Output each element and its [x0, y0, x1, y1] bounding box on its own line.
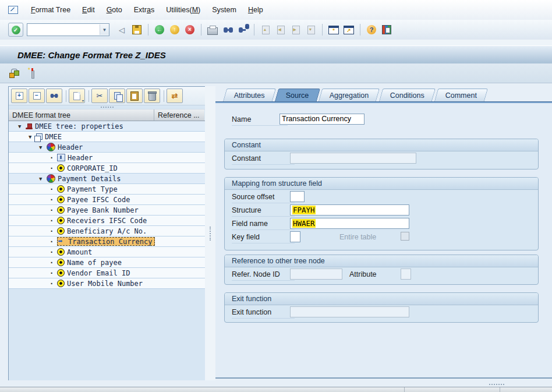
menu-goto[interactable]: Goto [101, 3, 128, 16]
cut-button[interactable]: ✂ [91, 89, 108, 103]
tree-item-properties[interactable]: ▼DMEE tree: properties [9, 121, 206, 132]
swap-nodes-button[interactable]: ⇄ [167, 89, 183, 103]
previous-page-button[interactable]: ◀ [274, 23, 288, 37]
attribute-input[interactable] [401, 269, 411, 280]
menu-edit[interactable]: Edit [76, 3, 101, 16]
menu-format-tree[interactable]: Format Tree [25, 3, 76, 16]
tree-item-corporate-id[interactable]: ·CORPORATE_ID [9, 163, 206, 174]
create-node-button[interactable]: ▾ [69, 89, 85, 103]
create-shortcut-button[interactable]: ↗ [342, 23, 356, 37]
vertical-splitter[interactable] [205, 86, 215, 380]
field-name-input[interactable]: HWAER [290, 218, 409, 229]
tree-item-amount[interactable]: ·Amount [9, 247, 206, 257]
tree-item-dmee[interactable]: ▼DMEE [9, 132, 206, 142]
new-session-button[interactable]: * [327, 23, 341, 37]
tree-item-payment-type[interactable]: ·Payment Type [9, 184, 206, 195]
exit-function-group-header: Exit function [225, 293, 538, 305]
panel-splitter-handle[interactable] [9, 105, 206, 110]
bullet-icon: · [49, 154, 57, 162]
collapse-command-button[interactable]: ◁ [115, 23, 129, 37]
first-page-icon: ▲ [262, 26, 270, 34]
tree-toolbar-separator [66, 90, 66, 102]
refer-node-id-input[interactable] [290, 269, 342, 280]
menu-utilities[interactable]: Utilities(M) [160, 3, 206, 16]
expander-icon[interactable]: ▼ [39, 144, 47, 150]
constant-input[interactable] [290, 153, 416, 164]
tree-item-receviers-ifsc-code[interactable]: ·Receviers IFSC Code [9, 216, 206, 226]
customize-layout-button[interactable] [380, 23, 394, 37]
back-button[interactable]: ← [153, 23, 167, 37]
command-dropdown-icon[interactable]: ▼ [100, 24, 109, 35]
wand-button[interactable]: * [28, 68, 36, 78]
source-offset-input[interactable] [290, 191, 305, 202]
drag-dots-icon[interactable] [489, 384, 504, 385]
exit-button[interactable]: ↑ [168, 23, 182, 37]
customize-layout-icon [382, 25, 391, 34]
tree-item-payee-ifsc-code[interactable]: ·Payee IFSC Code [9, 195, 206, 205]
tab-aggregation[interactable]: Aggregation [319, 89, 380, 101]
menu-system[interactable]: System [206, 3, 242, 16]
menu-extras[interactable]: Extras [128, 3, 160, 16]
cancel-button[interactable]: × [183, 23, 197, 37]
spacer-strip [0, 40, 552, 45]
expander-icon[interactable]: ▼ [18, 123, 26, 129]
tree-find-button[interactable] [46, 89, 62, 103]
next-page-icon: ▶ [292, 26, 300, 34]
structure-input[interactable]: FPAYH [290, 204, 409, 216]
constant-label: Constant [232, 154, 295, 165]
menu-help[interactable]: Help [242, 3, 269, 16]
horizontal-splitter[interactable] [0, 380, 552, 387]
last-page-button[interactable]: ▼ [304, 23, 318, 37]
entire-table-checkbox[interactable] [401, 232, 409, 241]
command-field[interactable]: ▼ [27, 23, 109, 36]
key-field-input[interactable] [290, 231, 300, 242]
tree-item-transaction-currency[interactable]: ·➡Transaction Currency [9, 236, 206, 247]
tree-item-name-of-payee[interactable]: ·Name of payee [9, 257, 206, 268]
element-radio-icon [57, 206, 65, 214]
enter-button[interactable]: ✓ [8, 23, 23, 37]
tree-item-beneficiary-ac-no[interactable]: ·Beneficiary A/c No. [9, 226, 206, 236]
source-offset-label: Source offset [232, 193, 295, 203]
tab-source[interactable]: Source [275, 89, 320, 101]
tree-item-header-segment[interactable]: ▼Header [9, 142, 206, 153]
field-name-value-highlight: HWAER [292, 219, 316, 228]
tree-column-header: DMEE format tree Reference ... [9, 110, 206, 121]
lower-pane-header [0, 387, 552, 392]
first-page-button[interactable]: ▲ [259, 23, 273, 37]
bullet-icon: · [49, 217, 57, 225]
column-header-reference[interactable]: Reference ... [154, 110, 204, 121]
name-input[interactable]: Transaction Currency [279, 114, 365, 125]
paste-button[interactable] [126, 89, 143, 103]
standard-toolbar: ✓ ▼ ◁ ← ↑ × ▲ ◀ ▶ ▼ * ↗ ? [0, 20, 552, 40]
column-header-dmee-format-tree[interactable]: DMEE format tree [9, 110, 154, 121]
find-next-button[interactable] [236, 23, 250, 37]
print-button[interactable] [206, 23, 220, 37]
bullet-icon: · [49, 280, 57, 288]
tab-conditions[interactable]: Conditions [379, 89, 436, 101]
delete-button[interactable] [144, 89, 160, 103]
next-page-button[interactable]: ▶ [289, 23, 303, 37]
tab-attributes[interactable]: Attributes [223, 89, 276, 101]
element-radio-icon [57, 185, 65, 193]
find-button[interactable] [221, 23, 235, 37]
tree-item-payment-details[interactable]: ▼Payment Details [9, 174, 206, 184]
system-menu-icon[interactable] [8, 6, 18, 14]
toolbar-separator [148, 24, 148, 36]
expander-icon[interactable]: ▼ [39, 176, 47, 182]
exit-function-input[interactable] [290, 306, 409, 317]
help-button[interactable]: ? [365, 23, 378, 37]
tab-comment[interactable]: Comment [434, 89, 488, 101]
collapse-all-button[interactable]: − [29, 89, 45, 103]
tree-item-header-technical[interactable]: ·Header [9, 153, 206, 163]
display-change-toggle-button[interactable] [9, 69, 20, 78]
save-button[interactable] [130, 23, 144, 37]
drag-dots-icon [101, 107, 114, 108]
tree-item-vendor-email-id[interactable]: ·Vendor Email ID [9, 268, 206, 278]
selected-tree-node[interactable]: ➡Transaction Currency [57, 237, 155, 246]
copy-button[interactable] [109, 89, 125, 103]
tree-item-payee-bank-number[interactable]: ·Payee Bank Number [9, 205, 206, 216]
tree-item-user-mobile-number[interactable]: ·User Mobile Number [9, 278, 206, 289]
element-radio-icon [57, 217, 65, 224]
expand-all-button[interactable]: + [11, 89, 27, 103]
tree-toolbar: + − ▾ ✂ ⇄ [9, 87, 206, 105]
